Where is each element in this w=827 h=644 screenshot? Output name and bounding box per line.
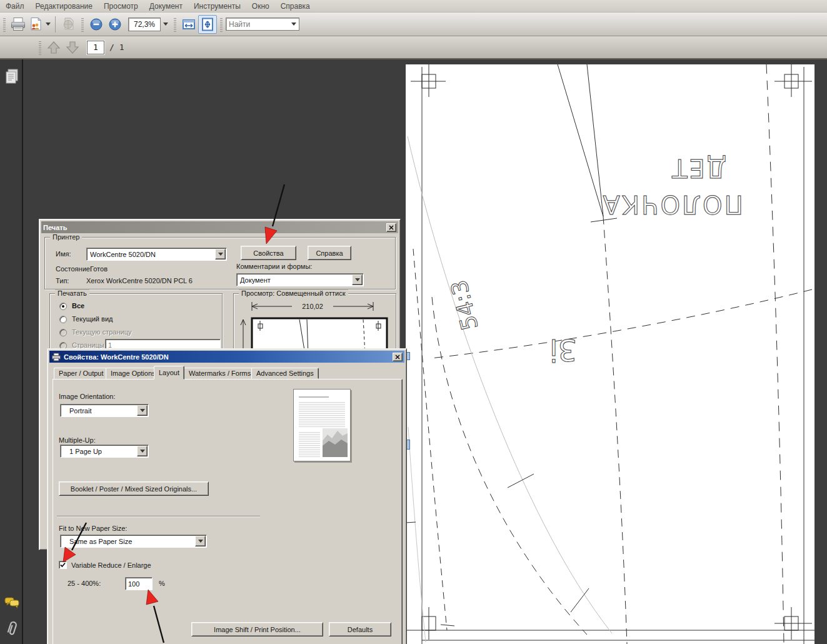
defaults-button[interactable]: Defaults — [329, 622, 391, 636]
printer-dropdown-button[interactable] — [215, 249, 226, 259]
tab-label: Image Options — [111, 370, 156, 377]
scale-range-label: 25 - 400%: — [68, 580, 101, 587]
zoom-dropdown-button[interactable] — [161, 15, 171, 34]
navigation-sidebar — [0, 59, 23, 644]
paperclip-icon — [5, 620, 19, 637]
pdf-page: ДЕТ ПОЛОЧКА 54:3 3i — [406, 64, 814, 644]
zoom-out-button[interactable] — [87, 15, 106, 34]
fit-width-button[interactable] — [179, 15, 198, 34]
toolbar-grip — [3, 17, 6, 32]
close-icon — [395, 355, 400, 360]
find-input[interactable] — [229, 20, 291, 29]
status-value: Готов — [90, 265, 108, 273]
zoom-level-value: 72,3% — [134, 20, 155, 29]
thumbnail-text-lines — [299, 402, 345, 427]
orientation-dropdown-button[interactable] — [137, 405, 148, 416]
menu-help[interactable]: Справка — [275, 1, 316, 12]
tab-advanced-settings[interactable]: Advanced Settings — [251, 368, 319, 379]
properties-dialog-close-button[interactable] — [393, 353, 403, 361]
image-orientation-value: Portrait — [61, 407, 137, 415]
layout-preview-thumbnail — [293, 389, 351, 461]
image-shift-button-label: Image Shift / Print Position... — [214, 626, 301, 633]
help-button[interactable]: Справка — [308, 246, 351, 260]
annotation-arrow-checkbox — [56, 519, 94, 569]
toolbar-grip — [174, 17, 176, 32]
radio-current-page-label: Текущую страницу — [72, 328, 131, 336]
share-button-disabled — [59, 15, 78, 34]
menu-window[interactable]: Окно — [246, 1, 275, 12]
printer-name-label: Имя: — [56, 250, 71, 258]
annotation-arrow-properties — [256, 181, 294, 250]
share-icon-disabled — [61, 17, 76, 32]
comments-dropdown-button[interactable] — [352, 274, 363, 285]
image-orientation-dropdown[interactable]: Portrait — [60, 404, 149, 417]
fit-page-icon — [200, 17, 215, 32]
printer-name-dropdown[interactable]: WorkCentre 5020/DN — [86, 248, 227, 261]
radio-current-page — [59, 329, 67, 336]
attachments-panel-button[interactable] — [5, 620, 19, 640]
pattern-number-mark: 3i — [549, 333, 577, 368]
booklet-poster-button[interactable]: Booklet / Poster / Mixed Sized Originals… — [59, 481, 209, 496]
menu-document[interactable]: Документ — [144, 1, 188, 12]
tab-watermarks-forms[interactable]: Watermarks / Forms — [184, 368, 256, 379]
fit-width-icon — [181, 18, 196, 31]
multiple-up-dropdown-button[interactable] — [137, 446, 148, 456]
comments-icon — [4, 596, 20, 611]
tab-paper-output[interactable]: Paper / Output — [54, 368, 109, 379]
print-dialog-close-button[interactable] — [386, 223, 396, 232]
radio-all-pages[interactable] — [59, 303, 67, 310]
main-toolbar: 72,3% — [0, 13, 827, 36]
section-divider — [57, 516, 260, 517]
chevron-down-icon — [140, 450, 145, 453]
radio-all-label: Все — [72, 302, 84, 309]
printer-name-value: WorkCentre 5020/DN — [87, 251, 215, 258]
fit-page-button[interactable] — [198, 15, 217, 34]
menu-view[interactable]: Просмотр — [98, 1, 144, 12]
image-shift-button[interactable]: Image Shift / Print Position... — [191, 622, 323, 636]
radio-current-view[interactable] — [59, 316, 67, 323]
multiple-up-dropdown[interactable]: 1 Page Up — [60, 445, 149, 458]
zoom-level-box[interactable]: 72,3% — [128, 18, 161, 31]
print-dialog-titlebar: Печать — [41, 221, 398, 233]
pattern-drawing: ДЕТ ПОЛОЧКА 54:3 3i — [406, 64, 814, 644]
pages-panel-button[interactable] — [4, 68, 19, 88]
zoom-dropdown-arrow — [163, 23, 168, 26]
print-range-group-label: Печатать — [55, 289, 89, 297]
type-label: Тип: — [56, 277, 69, 284]
help-button-label: Справка — [316, 249, 343, 257]
page-number-input[interactable] — [87, 41, 104, 54]
thumbnail-text-lines — [299, 431, 320, 457]
toolbar-grip — [81, 17, 84, 32]
comments-panel-button[interactable] — [4, 596, 20, 613]
tab-image-options[interactable]: Image Options — [106, 368, 161, 379]
pattern-size-mark: 54:3 — [446, 278, 483, 333]
find-box[interactable] — [226, 18, 299, 31]
find-dropdown-arrow[interactable] — [291, 23, 296, 26]
menu-tools[interactable]: Инструменты — [188, 1, 246, 12]
printer-icon — [10, 17, 26, 32]
pattern-piece-name: ПОЛОЧКА — [601, 190, 743, 219]
chevron-down-icon — [198, 540, 203, 543]
tab-layout[interactable]: Layout — [154, 366, 184, 380]
collaborate-button[interactable] — [28, 15, 51, 34]
collaborate-dropdown-arrow[interactable] — [46, 23, 51, 26]
preview-width-value: 210,02 — [302, 303, 323, 310]
defaults-button-label: Defaults — [348, 626, 373, 633]
multiple-up-label: Multiple-Up: — [59, 436, 96, 444]
zoom-in-button[interactable] — [106, 15, 124, 34]
status-label: Состояние: — [56, 265, 92, 273]
fit-dropdown-button[interactable] — [195, 536, 206, 546]
print-button[interactable] — [9, 15, 28, 34]
zoom-out-icon — [89, 18, 103, 31]
menu-file[interactable]: Файл — [0, 1, 30, 12]
pages-icon — [4, 68, 19, 86]
tab-label: Layout — [159, 369, 179, 376]
printer-group-label: Принтер — [50, 233, 82, 241]
menu-edit[interactable]: Редактирование — [30, 1, 98, 12]
preview-group-label: Просмотр: Совмещенный оттиск — [239, 289, 348, 297]
printer-properties-dialog: Свойства: WorkCentre 5020/DN Paper / Out… — [47, 348, 407, 644]
comments-forms-dropdown[interactable]: Документ — [236, 273, 364, 286]
image-orientation-label: Image Orientation: — [59, 393, 116, 400]
arrow-up-icon — [46, 39, 62, 56]
previous-page-button — [44, 38, 63, 57]
